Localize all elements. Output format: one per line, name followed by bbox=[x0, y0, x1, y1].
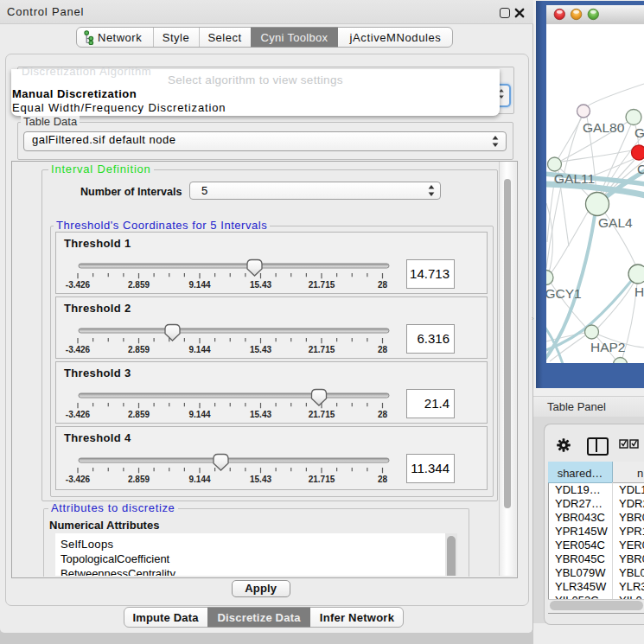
svg-text:HAP2: HAP2 bbox=[590, 340, 626, 354]
svg-text:GAL80: GAL80 bbox=[583, 120, 625, 135]
svg-text:GAL4: GAL4 bbox=[598, 215, 633, 230]
svg-text:GAL11: GAL11 bbox=[554, 171, 595, 186]
svg-text:H: H bbox=[634, 284, 644, 299]
svg-text:GA: GA bbox=[634, 125, 644, 140]
svg-text:GCY1: GCY1 bbox=[546, 286, 582, 301]
svg-text:C: C bbox=[637, 162, 644, 176]
